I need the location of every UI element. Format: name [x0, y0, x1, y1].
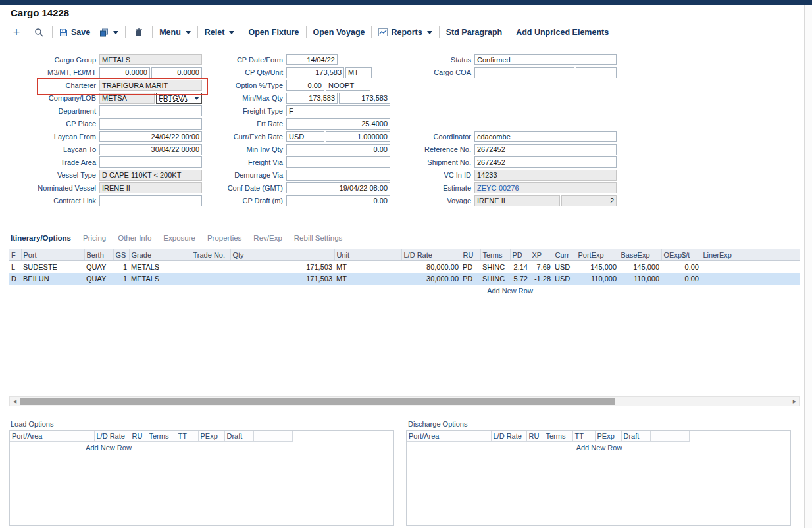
lob-dropdown[interactable]: FRTGVA — [156, 93, 202, 104]
cell[interactable]: MT — [334, 261, 401, 274]
col-f[interactable]: F — [9, 249, 21, 261]
delete-button[interactable] — [128, 24, 150, 40]
freight-type-input[interactable]: F — [286, 105, 390, 116]
company-input[interactable]: METSA — [99, 93, 155, 104]
add-unpriced-elements-button[interactable]: Add Unpriced Elements — [511, 24, 613, 40]
itinerary-add-new-row[interactable]: Add New Row — [9, 285, 800, 297]
col-xp[interactable]: XP — [530, 249, 553, 261]
cell[interactable]: 171,503 — [230, 273, 334, 285]
itinerary-row-load[interactable]: L SUDESTE QUAY 1 METALS 171,503 MT 80,00… — [9, 261, 800, 274]
new-button[interactable]: + — [5, 24, 28, 40]
scroll-left-icon[interactable]: ◀ — [10, 397, 20, 406]
itinerary-row-discharge[interactable]: D BEILUN QUAY 1 METALS 171,503 MT 30,000… — [9, 273, 800, 285]
open-voyage-button[interactable]: Open Voyage — [309, 24, 370, 40]
cell[interactable]: METALS — [129, 273, 191, 285]
currency-input[interactable]: USD — [286, 131, 324, 142]
col-ld-rate[interactable]: L/D Rate — [401, 249, 461, 261]
col-curr[interactable]: Curr — [553, 249, 576, 261]
col-baseexp[interactable]: BaseExp — [619, 249, 661, 261]
col-qty[interactable]: Qty — [230, 249, 334, 261]
cell[interactable]: SUDESTE — [21, 261, 84, 274]
col-terms[interactable]: Terms — [544, 431, 572, 442]
laycan-to-input[interactable]: 30/04/22 00:00 — [99, 144, 202, 155]
col-terms[interactable]: Terms — [147, 431, 176, 442]
col-trade-no[interactable]: Trade No. — [191, 249, 230, 261]
cp-date-input[interactable]: 14/04/22 — [286, 54, 338, 65]
cell[interactable]: USD — [553, 261, 576, 274]
relet-button[interactable]: Relet — [200, 24, 240, 40]
copy-menu-button[interactable] — [95, 24, 123, 40]
cell[interactable]: BEILUN — [21, 273, 84, 285]
load-options-add-new-row[interactable]: Add New Row — [10, 442, 207, 454]
cell[interactable]: 1 — [113, 273, 129, 285]
vessel-type-input[interactable]: D CAPE 110KT < 200KT — [99, 170, 202, 181]
nominated-vessel-input[interactable]: IRENE II — [99, 182, 202, 193]
cell[interactable] — [191, 261, 230, 274]
demurrage-via-input[interactable] — [286, 170, 390, 181]
cell[interactable]: SHINC — [480, 273, 510, 285]
cell[interactable] — [191, 273, 230, 285]
scroll-right-icon[interactable]: ▶ — [790, 397, 799, 406]
frt-rate-input[interactable]: 25.4000 — [286, 118, 390, 130]
tab-other-info[interactable]: Other Info — [118, 234, 151, 242]
cell[interactable]: 171,503 — [230, 261, 334, 274]
cell[interactable]: D — [9, 273, 21, 285]
horizontal-scrollbar[interactable]: ◀ ▶ — [9, 396, 800, 406]
cell[interactable]: -1.28 — [530, 273, 553, 285]
cell[interactable]: 80,000.00 — [401, 261, 461, 274]
min-inv-qty-input[interactable]: 0.00 — [286, 144, 390, 155]
col-pexp[interactable]: PExp — [198, 431, 224, 442]
department-input[interactable] — [99, 105, 202, 116]
cell[interactable]: QUAY — [84, 261, 113, 274]
col-portexp[interactable]: PortExp — [576, 249, 619, 261]
cell[interactable] — [701, 261, 744, 274]
option-pct-input[interactable]: 0.00 — [286, 80, 324, 91]
cell[interactable]: 0.00 — [661, 273, 701, 285]
col-ld-rate[interactable]: L/D Rate — [94, 431, 130, 442]
cell[interactable]: USD — [553, 273, 576, 285]
cp-place-input[interactable] — [99, 118, 202, 130]
std-paragraph-button[interactable]: Std Paragraph — [442, 24, 507, 40]
cell[interactable]: 110,000 — [576, 273, 619, 285]
estimate-link[interactable]: ZEYC-00276 — [474, 182, 617, 193]
cell[interactable]: 145,000 — [619, 261, 661, 274]
coordinator-input[interactable]: cdacombe — [474, 131, 617, 142]
laycan-from-input[interactable]: 24/04/22 00:00 — [99, 131, 202, 142]
tab-pricing[interactable]: Pricing — [83, 234, 106, 242]
reports-button[interactable]: Reports — [374, 24, 436, 40]
cargo-coa-input[interactable] — [474, 67, 574, 78]
cp-unit-input[interactable]: MT — [345, 67, 372, 78]
cell[interactable]: 2.14 — [510, 261, 530, 274]
col-tt[interactable]: TT — [572, 431, 595, 442]
tab-rebill-settings[interactable]: Rebill Settings — [294, 234, 343, 242]
tab-exposure[interactable]: Exposure — [163, 234, 195, 242]
cell[interactable]: 0.00 — [661, 261, 701, 274]
cell[interactable]: PD — [461, 261, 480, 274]
col-unit[interactable]: Unit — [334, 249, 401, 261]
col-port[interactable]: Port — [21, 249, 84, 261]
col-berth[interactable]: Berth — [84, 249, 113, 261]
cell[interactable]: 5.72 — [510, 273, 530, 285]
vc-in-id-field[interactable]: 14233 — [474, 170, 617, 181]
col-terms[interactable]: Terms — [480, 249, 510, 261]
trade-area-input[interactable] — [99, 156, 202, 168]
conf-date-input[interactable]: 19/04/22 08:00 — [286, 182, 390, 193]
cell[interactable]: 1 — [113, 261, 129, 274]
min-qty-input[interactable]: 173,583 — [286, 93, 338, 104]
cp-draft-input[interactable]: 0.00 — [286, 195, 390, 206]
col-draft[interactable]: Draft — [621, 431, 650, 442]
col-ru[interactable]: RU — [526, 431, 544, 442]
col-ru[interactable]: RU — [461, 249, 480, 261]
col-ru[interactable]: RU — [130, 431, 147, 442]
col-linerexp[interactable]: LinerExp — [701, 249, 744, 261]
search-button[interactable] — [28, 24, 50, 40]
tab-rev-exp[interactable]: Rev/Exp — [253, 234, 282, 242]
col-port-area[interactable]: Port/Area — [10, 431, 94, 442]
cell[interactable]: PD — [461, 273, 480, 285]
voyage-vessel-field[interactable]: IRENE II — [474, 195, 560, 206]
col-grade[interactable]: Grade — [129, 249, 191, 261]
cargo-coa-input-2[interactable] — [576, 67, 617, 78]
status-input[interactable]: Confirmed — [474, 54, 617, 65]
exch-rate-input[interactable]: 1.000000 — [326, 131, 390, 142]
max-qty-input[interactable]: 173,583 — [339, 93, 390, 104]
